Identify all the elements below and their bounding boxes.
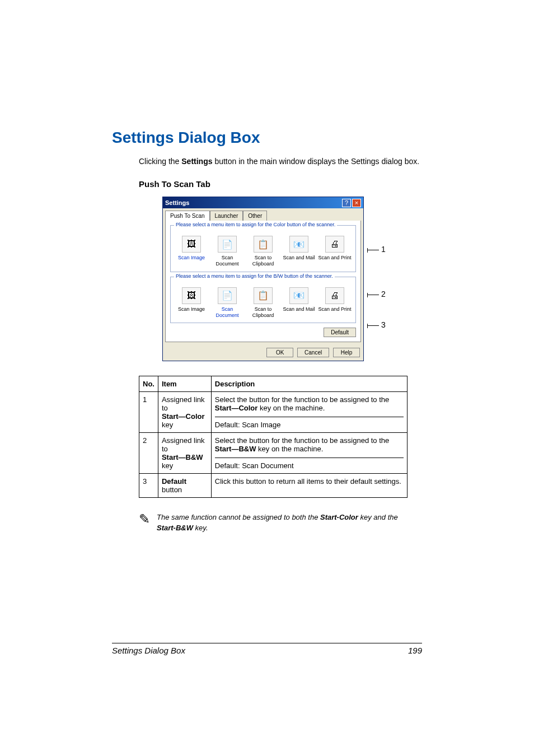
- callout-row-3: 3: [367, 320, 386, 329]
- close-icon: ×: [355, 200, 358, 206]
- cell-item-3: Default button: [158, 474, 211, 498]
- color-item-scan-image[interactable]: 🖼 Scan Image: [174, 236, 209, 267]
- r1-item-pre: Assigned link to: [162, 395, 205, 412]
- color-group-title: Please select a menu item to assign for …: [174, 222, 337, 227]
- footer-page-number: 199: [408, 646, 422, 655]
- color-item-label-4: Scan and Print: [317, 255, 352, 261]
- color-item-label-0: Scan Image: [174, 255, 209, 261]
- callout-1: 1: [381, 245, 386, 254]
- color-item-scan-mail[interactable]: 📧 Scan and Mail: [282, 236, 316, 267]
- bw-item-label-3: Scan and Mail: [282, 306, 316, 312]
- tab-strip: Push To Scan Launcher Other: [163, 208, 363, 221]
- r1-item-post: key: [162, 421, 173, 429]
- intro-bold: Settings: [181, 157, 212, 166]
- r2-item-bold: Start—B&W: [162, 453, 203, 461]
- ok-button[interactable]: OK: [266, 348, 293, 357]
- r2-desc-b: Start—B&W: [215, 445, 256, 453]
- cell-desc-2: Select the button for the function to be…: [211, 433, 407, 474]
- note-mid: key and the: [358, 513, 398, 521]
- color-item-scan-clipboard[interactable]: 📋 Scan to Clipboard: [246, 236, 280, 267]
- footer-section-title: Settings Dialog Box: [112, 646, 185, 655]
- scan-image-icon: 🖼: [182, 236, 201, 253]
- intro-pre: Clicking the: [139, 157, 181, 166]
- scan-document-icon: 📄: [218, 236, 237, 253]
- r1-desc-a: Select the button for the function to be…: [215, 395, 390, 404]
- r2-item-pre: Assigned link to: [162, 436, 205, 453]
- subheading: Push To Scan Tab: [139, 179, 422, 189]
- settings-dialog: Settings ? × Push To Scan Launcher Other…: [162, 197, 364, 361]
- bw-item-label-2: Scan to Clipboard: [246, 306, 280, 319]
- cell-desc-3: Click this button to return all items to…: [211, 474, 407, 498]
- dialog-title: Settings: [165, 199, 342, 206]
- title-bar: Settings ? ×: [163, 197, 363, 208]
- bw-item-label-0: Scan Image: [174, 306, 209, 312]
- scan-print-icon: 🖨: [325, 236, 344, 253]
- callout-2: 2: [381, 290, 386, 298]
- color-item-label-2: Scan to Clipboard: [246, 255, 280, 267]
- intro-post: button in the main window displays the S…: [213, 157, 420, 166]
- cell-no-3: 3: [139, 474, 158, 498]
- r3-item-post: button: [162, 486, 182, 494]
- bw-item-label-1: Scan Document: [210, 306, 245, 319]
- title-help-button[interactable]: ?: [342, 199, 351, 207]
- table-row: 1 Assigned link to Start—Color key Selec…: [139, 392, 407, 433]
- callout-row-1: 1: [367, 245, 386, 254]
- note-b2: Start-B&W: [157, 524, 193, 532]
- table-row: 2 Assigned link to Start—B&W key Select …: [139, 433, 407, 474]
- note-pre: The same function cannot be assigned to …: [157, 513, 320, 521]
- tab-other[interactable]: Other: [243, 211, 267, 221]
- r1-item-bold: Start—Color: [162, 412, 205, 421]
- r1-desc-c: key on the machine.: [257, 404, 325, 412]
- bw-item-scan-image[interactable]: 🖼 Scan Image: [174, 287, 209, 319]
- r2-desc-a: Select the button for the function to be…: [215, 436, 390, 445]
- r2-desc-c: key on the machine.: [256, 445, 323, 453]
- cancel-button[interactable]: Cancel: [297, 348, 329, 357]
- scan-print-icon: 🖨: [325, 287, 344, 304]
- page-heading: Settings Dialog Box: [112, 129, 422, 147]
- help-icon: ?: [345, 200, 348, 206]
- scan-mail-icon: 📧: [289, 287, 308, 304]
- title-close-button[interactable]: ×: [352, 199, 361, 207]
- note-b1: Start-Color: [320, 513, 358, 521]
- r2-default: Default: Scan Document: [215, 461, 294, 470]
- color-assignment-group: Please select a menu item to assign for …: [170, 225, 356, 272]
- dialog-footer: OK Cancel Help: [163, 344, 363, 361]
- bw-item-scan-clipboard[interactable]: 📋 Scan to Clipboard: [246, 287, 280, 319]
- note-text: The same function cannot be assigned to …: [157, 512, 407, 533]
- bw-group-title: Please select a menu item to assign for …: [174, 273, 335, 279]
- r1-default: Default: Scan Image: [215, 421, 281, 429]
- r3-item-bold: Default: [162, 477, 186, 486]
- r1-desc-b: Start—Color: [215, 404, 258, 412]
- default-button[interactable]: Default: [324, 328, 356, 337]
- cell-no-1: 1: [139, 392, 158, 433]
- tab-launcher[interactable]: Launcher: [210, 211, 243, 221]
- description-table: No. Item Description 1 Assigned link to …: [139, 376, 407, 498]
- color-item-label-3: Scan and Mail: [282, 255, 316, 261]
- scan-clipboard-icon: 📋: [254, 236, 273, 253]
- bw-item-scan-document[interactable]: 📄 Scan Document: [210, 287, 245, 319]
- col-header-no: No.: [139, 376, 158, 392]
- bw-assignment-group: Please select a menu item to assign for …: [170, 277, 356, 324]
- cell-no-2: 2: [139, 433, 158, 474]
- col-header-item: Item: [158, 376, 211, 392]
- page-footer: Settings Dialog Box 199: [112, 643, 422, 655]
- cell-item-2: Assigned link to Start—B&W key: [158, 433, 211, 474]
- bw-item-label-4: Scan and Print: [317, 306, 352, 312]
- note-post: key.: [193, 524, 208, 532]
- color-item-scan-print[interactable]: 🖨 Scan and Print: [317, 236, 352, 267]
- bw-item-scan-print[interactable]: 🖨 Scan and Print: [317, 287, 352, 319]
- color-item-scan-document[interactable]: 📄 Scan Document: [210, 236, 245, 267]
- table-row: 3 Default button Click this button to re…: [139, 474, 407, 498]
- cell-item-1: Assigned link to Start—Color key: [158, 392, 211, 433]
- note-icon: ✎: [139, 512, 157, 526]
- scan-clipboard-icon: 📋: [254, 287, 273, 304]
- col-header-desc: Description: [211, 376, 407, 392]
- bw-item-scan-mail[interactable]: 📧 Scan and Mail: [282, 287, 316, 319]
- help-button[interactable]: Help: [333, 348, 360, 357]
- callout-row-2: 2: [367, 290, 386, 298]
- scan-mail-icon: 📧: [289, 236, 308, 253]
- intro-paragraph: Clicking the Settings button in the main…: [139, 156, 422, 167]
- r2-item-post: key: [162, 461, 173, 470]
- color-item-label-1: Scan Document: [210, 255, 245, 267]
- tab-push-to-scan[interactable]: Push To Scan: [165, 211, 210, 221]
